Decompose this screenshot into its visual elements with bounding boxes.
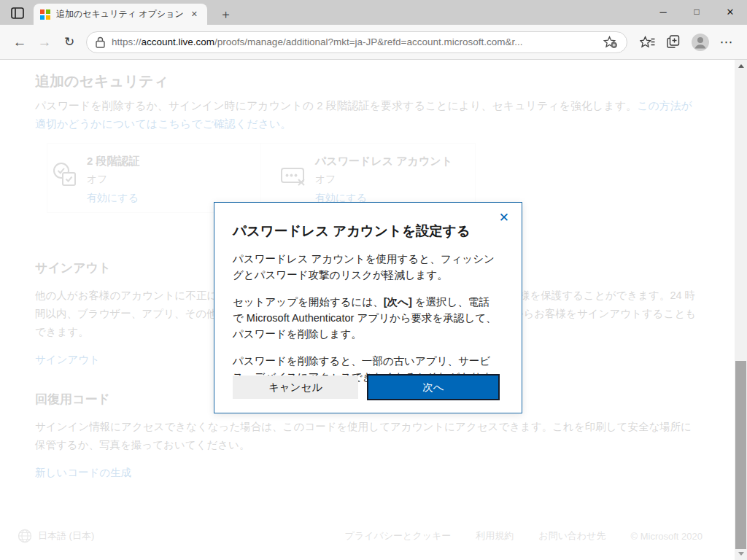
next-button[interactable]: 次へ	[367, 374, 500, 400]
vertical-scrollbar[interactable]	[735, 60, 747, 560]
profile-avatar[interactable]	[687, 31, 713, 54]
collections-icon[interactable]	[661, 31, 687, 54]
tab-close-icon[interactable]: ✕	[188, 8, 201, 20]
dialog-close-icon[interactable]: ✕	[496, 209, 512, 227]
window-controls: ─ □ ✕	[646, 0, 747, 23]
url-path: /proofs/manage/additional?mkt=ja-JP&refd…	[214, 36, 522, 47]
url-text: https://account.live.com/proofs/manage/a…	[112, 36, 599, 47]
back-button[interactable]: ←	[7, 31, 32, 54]
url-scheme: https://	[112, 36, 142, 47]
forward-button: →	[32, 31, 57, 54]
maximize-button[interactable]: □	[680, 0, 713, 23]
scrollbar-thumb[interactable]	[735, 361, 746, 549]
browser-tab[interactable]: 追加のセキュリティ オプション ✕	[34, 4, 207, 25]
scroll-down-arrow[interactable]	[735, 548, 747, 560]
passwordless-setup-dialog: ✕ パスワードレス アカウントを設定する パスワードレス アカウントを使用すると…	[214, 202, 522, 413]
next-keyword: [次へ]	[384, 296, 412, 308]
tab-actions-icon[interactable]	[9, 5, 26, 20]
microsoft-favicon-icon	[40, 9, 50, 20]
tab-title: 追加のセキュリティ オプション	[56, 8, 188, 20]
cancel-button[interactable]: キャンセル	[233, 376, 358, 399]
settings-menu-icon[interactable]: ⋯	[713, 31, 740, 54]
address-bar[interactable]: https://account.live.com/proofs/manage/a…	[86, 31, 627, 53]
browser-toolbar: ← → ↻ https://account.live.com/proofs/ma…	[0, 25, 747, 59]
refresh-button[interactable]: ↻	[57, 31, 82, 54]
window-titlebar: 追加のセキュリティ オプション ✕ ＋ ─ □ ✕	[0, 0, 747, 25]
minimize-button[interactable]: ─	[646, 0, 680, 23]
dialog-title: パスワードレス アカウントを設定する	[233, 222, 500, 240]
favorites-icon[interactable]	[635, 31, 661, 54]
scroll-up-arrow[interactable]	[735, 60, 747, 72]
close-window-button[interactable]: ✕	[713, 0, 747, 23]
dialog-paragraph-1: パスワードレス アカウントを使用すると、フィッシングとパスワード攻撃のリスクが軽…	[233, 251, 500, 283]
lock-icon	[96, 36, 105, 48]
url-domain: account.live.com	[142, 36, 215, 47]
vertical-tabs-icon	[11, 7, 24, 19]
dialog-buttons: キャンセル 次へ	[233, 374, 500, 400]
new-tab-button[interactable]: ＋	[215, 4, 236, 24]
dialog-paragraph-2: セットアップを開始するには、[次へ] を選択し、電話で Microsoft Au…	[233, 294, 500, 342]
add-favorite-icon[interactable]	[603, 36, 618, 49]
